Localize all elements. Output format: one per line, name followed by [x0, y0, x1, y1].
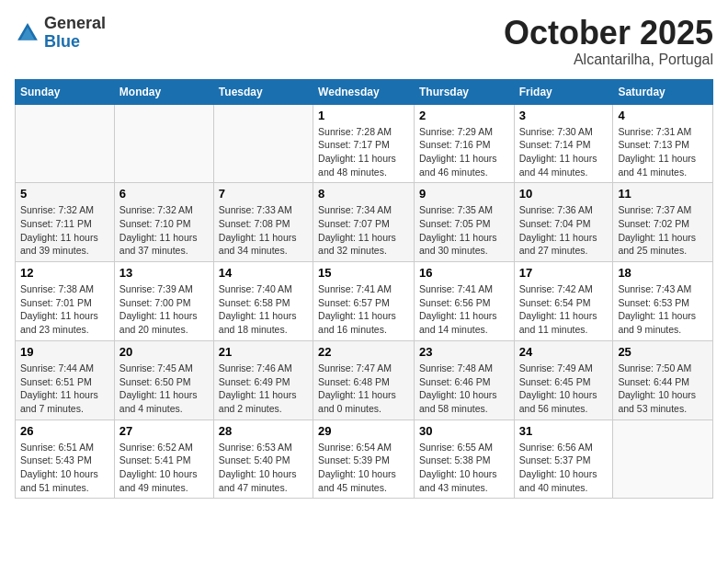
calendar-cell: 25Sunrise: 7:50 AM Sunset: 6:44 PM Dayli… [613, 340, 713, 419]
calendar-week-row: 1Sunrise: 7:28 AM Sunset: 7:17 PM Daylig… [16, 104, 713, 183]
day-info: Sunrise: 6:53 AM Sunset: 5:40 PM Dayligh… [219, 441, 308, 495]
calendar-cell: 20Sunrise: 7:45 AM Sunset: 6:50 PM Dayli… [114, 340, 213, 419]
day-info: Sunrise: 7:36 AM Sunset: 7:04 PM Dayligh… [519, 203, 609, 258]
day-info: Sunrise: 7:38 AM Sunset: 7:01 PM Dayligh… [20, 282, 109, 337]
day-number: 25 [618, 345, 708, 359]
day-number: 28 [219, 424, 308, 438]
day-number: 31 [519, 424, 609, 438]
logo-general-text: General [44, 14, 106, 32]
day-info: Sunrise: 7:34 AM Sunset: 7:07 PM Dayligh… [318, 203, 409, 258]
weekday-header-wednesday: Wednesday [313, 79, 415, 104]
calendar-cell: 3Sunrise: 7:30 AM Sunset: 7:14 PM Daylig… [514, 104, 613, 183]
calendar-cell: 22Sunrise: 7:47 AM Sunset: 6:48 PM Dayli… [313, 340, 415, 419]
calendar-cell: 18Sunrise: 7:43 AM Sunset: 6:53 PM Dayli… [613, 262, 713, 341]
weekday-header-tuesday: Tuesday [213, 79, 313, 104]
calendar-cell: 17Sunrise: 7:42 AM Sunset: 6:54 PM Dayli… [514, 262, 613, 341]
weekday-header-friday: Friday [514, 79, 613, 104]
day-number: 15 [318, 266, 409, 280]
weekday-header-monday: Monday [114, 79, 213, 104]
weekday-header-row: SundayMondayTuesdayWednesdayThursdayFrid… [16, 79, 713, 104]
day-number: 14 [219, 266, 308, 280]
logo: General Blue [15, 15, 106, 52]
calendar-week-row: 5Sunrise: 7:32 AM Sunset: 7:11 PM Daylig… [16, 183, 713, 262]
day-number: 27 [119, 424, 209, 438]
day-number: 4 [618, 109, 708, 122]
day-number: 9 [419, 187, 509, 201]
day-number: 1 [318, 109, 409, 122]
month-title: October 2025 [504, 15, 713, 52]
day-info: Sunrise: 7:48 AM Sunset: 6:46 PM Dayligh… [419, 362, 509, 416]
day-number: 21 [219, 345, 308, 359]
calendar-cell: 21Sunrise: 7:46 AM Sunset: 6:49 PM Dayli… [213, 340, 313, 419]
calendar-cell: 24Sunrise: 7:49 AM Sunset: 6:45 PM Dayli… [514, 340, 613, 419]
weekday-header-saturday: Saturday [613, 79, 713, 104]
day-info: Sunrise: 7:41 AM Sunset: 6:57 PM Dayligh… [318, 282, 409, 337]
day-number: 3 [519, 109, 609, 122]
day-info: Sunrise: 7:43 AM Sunset: 6:53 PM Dayligh… [618, 282, 708, 337]
day-info: Sunrise: 6:51 AM Sunset: 5:43 PM Dayligh… [20, 441, 109, 495]
day-info: Sunrise: 7:35 AM Sunset: 7:05 PM Dayligh… [419, 203, 509, 258]
day-info: Sunrise: 6:56 AM Sunset: 5:37 PM Dayligh… [519, 441, 609, 495]
day-info: Sunrise: 7:32 AM Sunset: 7:11 PM Dayligh… [20, 203, 109, 258]
calendar-cell: 1Sunrise: 7:28 AM Sunset: 7:17 PM Daylig… [313, 104, 415, 183]
logo-icon [15, 20, 40, 46]
logo-blue-text: Blue [44, 32, 80, 51]
calendar-cell: 23Sunrise: 7:48 AM Sunset: 6:46 PM Dayli… [414, 340, 514, 419]
calendar-cell: 2Sunrise: 7:29 AM Sunset: 7:16 PM Daylig… [414, 104, 514, 183]
calendar-cell: 30Sunrise: 6:55 AM Sunset: 5:38 PM Dayli… [414, 419, 514, 499]
day-number: 24 [519, 345, 609, 359]
day-number: 6 [119, 187, 209, 201]
day-number: 5 [20, 187, 109, 201]
calendar-cell: 5Sunrise: 7:32 AM Sunset: 7:11 PM Daylig… [16, 183, 115, 262]
day-number: 29 [318, 424, 409, 438]
day-number: 8 [318, 187, 409, 201]
location-subtitle: Alcantarilha, Portugal [504, 52, 713, 68]
calendar-cell: 10Sunrise: 7:36 AM Sunset: 7:04 PM Dayli… [514, 183, 613, 262]
calendar-week-row: 12Sunrise: 7:38 AM Sunset: 7:01 PM Dayli… [16, 262, 713, 341]
day-number: 10 [519, 187, 609, 201]
calendar-cell: 12Sunrise: 7:38 AM Sunset: 7:01 PM Dayli… [16, 262, 115, 341]
day-number: 18 [618, 266, 708, 280]
day-info: Sunrise: 7:45 AM Sunset: 6:50 PM Dayligh… [119, 362, 209, 416]
calendar-cell: 16Sunrise: 7:41 AM Sunset: 6:56 PM Dayli… [414, 262, 514, 341]
calendar-cell: 9Sunrise: 7:35 AM Sunset: 7:05 PM Daylig… [414, 183, 514, 262]
day-info: Sunrise: 7:50 AM Sunset: 6:44 PM Dayligh… [618, 362, 708, 416]
day-number: 13 [119, 266, 209, 280]
day-number: 30 [419, 424, 509, 438]
calendar-cell: 14Sunrise: 7:40 AM Sunset: 6:58 PM Dayli… [213, 262, 313, 341]
title-block: October 2025 Alcantarilha, Portugal [504, 15, 713, 68]
calendar-cell: 13Sunrise: 7:39 AM Sunset: 7:00 PM Dayli… [114, 262, 213, 341]
day-number: 11 [618, 187, 708, 201]
day-number: 22 [318, 345, 409, 359]
weekday-header-thursday: Thursday [414, 79, 514, 104]
calendar-cell [114, 104, 213, 183]
day-number: 17 [519, 266, 609, 280]
day-number: 20 [119, 345, 209, 359]
day-info: Sunrise: 7:47 AM Sunset: 6:48 PM Dayligh… [318, 362, 409, 416]
calendar-cell: 27Sunrise: 6:52 AM Sunset: 5:41 PM Dayli… [114, 419, 213, 499]
page-header: General Blue October 2025 Alcantarilha, … [15, 15, 713, 68]
day-info: Sunrise: 7:31 AM Sunset: 7:13 PM Dayligh… [618, 125, 708, 179]
calendar-cell: 28Sunrise: 6:53 AM Sunset: 5:40 PM Dayli… [213, 419, 313, 499]
day-info: Sunrise: 7:39 AM Sunset: 7:00 PM Dayligh… [119, 282, 209, 337]
day-info: Sunrise: 7:33 AM Sunset: 7:08 PM Dayligh… [219, 203, 308, 258]
day-info: Sunrise: 7:41 AM Sunset: 6:56 PM Dayligh… [419, 282, 509, 337]
calendar-cell: 19Sunrise: 7:44 AM Sunset: 6:51 PM Dayli… [16, 340, 115, 419]
day-info: Sunrise: 7:28 AM Sunset: 7:17 PM Dayligh… [318, 125, 409, 179]
day-info: Sunrise: 6:55 AM Sunset: 5:38 PM Dayligh… [419, 441, 509, 495]
day-number: 7 [219, 187, 308, 201]
day-info: Sunrise: 7:29 AM Sunset: 7:16 PM Dayligh… [419, 125, 509, 179]
day-number: 26 [20, 424, 109, 438]
day-info: Sunrise: 7:40 AM Sunset: 6:58 PM Dayligh… [219, 282, 308, 337]
calendar-cell: 6Sunrise: 7:32 AM Sunset: 7:10 PM Daylig… [114, 183, 213, 262]
calendar-cell [613, 419, 713, 499]
calendar-week-row: 26Sunrise: 6:51 AM Sunset: 5:43 PM Dayli… [16, 419, 713, 499]
day-info: Sunrise: 7:37 AM Sunset: 7:02 PM Dayligh… [618, 203, 708, 258]
weekday-header-sunday: Sunday [16, 79, 115, 104]
calendar-cell [16, 104, 115, 183]
calendar-cell: 29Sunrise: 6:54 AM Sunset: 5:39 PM Dayli… [313, 419, 415, 499]
day-info: Sunrise: 7:44 AM Sunset: 6:51 PM Dayligh… [20, 362, 109, 416]
day-info: Sunrise: 7:32 AM Sunset: 7:10 PM Dayligh… [119, 203, 209, 258]
day-number: 19 [20, 345, 109, 359]
day-number: 16 [419, 266, 509, 280]
